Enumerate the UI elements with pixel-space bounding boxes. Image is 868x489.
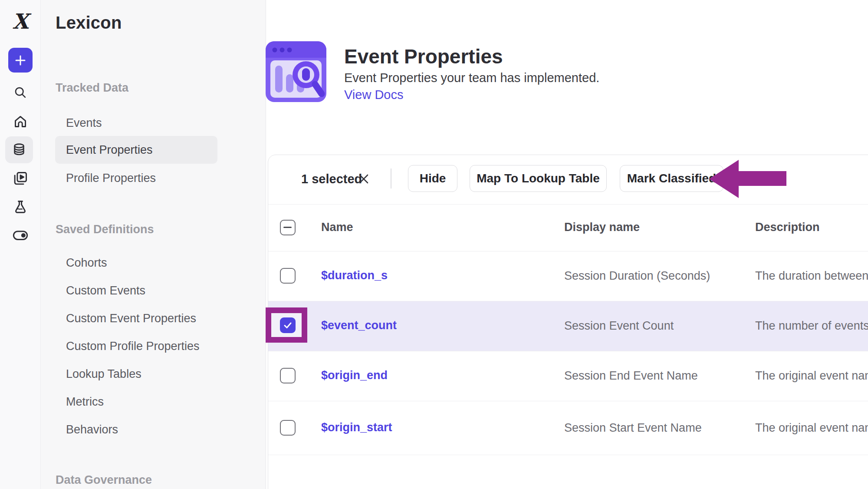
event-properties-app-icon <box>266 41 326 102</box>
divider <box>268 455 868 455</box>
sidebar-item-events[interactable]: Events <box>66 114 102 132</box>
database-icon <box>12 142 26 157</box>
page-title: Event Properties <box>344 45 503 68</box>
mixpanel-logo-icon[interactable]: X <box>0 10 40 33</box>
property-description: The original event name <box>755 369 868 383</box>
home-icon[interactable] <box>0 114 40 129</box>
create-button[interactable] <box>8 48 33 73</box>
experiments-flask-icon[interactable] <box>0 199 40 215</box>
sidebar-item-event-properties[interactable]: Event Properties <box>66 141 153 159</box>
checkmark-icon <box>283 320 293 330</box>
property-display-name: Session Duration (Seconds) <box>564 269 710 283</box>
select-all-checkbox[interactable] <box>280 220 296 235</box>
sidebar-item-custom-profile-properties[interactable]: Custom Profile Properties <box>66 337 200 355</box>
property-description: The original event name <box>755 421 868 435</box>
column-header-name[interactable]: Name <box>321 221 353 234</box>
property-description: The number of events <box>755 319 868 333</box>
column-header-description[interactable]: Description <box>755 221 820 234</box>
property-name-link[interactable]: $duration_s <box>321 269 388 282</box>
lexicon-page: X <box>0 0 868 489</box>
section-data-governance: Data Governance <box>56 471 152 489</box>
divider <box>268 204 868 205</box>
rail-item-data-selected[interactable] <box>5 136 33 163</box>
selection-count: 1 selected <box>301 172 362 186</box>
divider <box>268 251 868 251</box>
sidebar-item-custom-events[interactable]: Custom Events <box>66 282 145 299</box>
indeterminate-mark <box>283 227 292 228</box>
view-docs-link[interactable]: View Docs <box>344 88 403 102</box>
sidebar-item-behaviors[interactable]: Behaviors <box>66 421 118 438</box>
row-checkbox-duration[interactable] <box>280 268 296 284</box>
property-display-name: Session Event Count <box>564 319 674 333</box>
divider <box>268 351 868 351</box>
property-name-link[interactable]: $origin_start <box>321 421 392 434</box>
section-tracked-data: Tracked Data <box>56 79 128 96</box>
icon-rail: X <box>0 0 41 489</box>
sidebar-item-lookup-tables[interactable]: Lookup Tables <box>66 365 141 383</box>
divider <box>268 301 868 301</box>
property-display-name: Session End Event Name <box>564 369 698 383</box>
sidebar-item-profile-properties[interactable]: Profile Properties <box>66 169 156 187</box>
search-icon[interactable] <box>0 85 40 100</box>
feature-toggle-icon[interactable] <box>0 228 40 243</box>
section-saved-definitions: Saved Definitions <box>56 221 154 238</box>
row-checkbox-event-count-checked[interactable] <box>280 317 296 333</box>
clear-selection-icon[interactable] <box>358 173 370 185</box>
sidebar-title: Lexicon <box>56 13 122 33</box>
page-subtitle: Event Properties your team has implement… <box>344 71 599 85</box>
sidebar-item-metrics[interactable]: Metrics <box>66 393 104 410</box>
plus-icon <box>14 54 27 67</box>
sidebar-item-cohorts[interactable]: Cohorts <box>66 254 107 271</box>
map-to-lookup-table-button[interactable]: Map To Lookup Table <box>470 165 607 192</box>
hide-button[interactable]: Hide <box>408 165 457 192</box>
property-name-link[interactable]: $origin_end <box>321 369 388 382</box>
svg-text:X: X <box>12 10 32 33</box>
sidebar-item-custom-event-properties[interactable]: Custom Event Properties <box>66 310 196 327</box>
property-name-link[interactable]: $event_count <box>321 319 397 332</box>
annotation-arrow-icon <box>703 155 790 203</box>
property-display-name: Session Start Event Name <box>564 421 702 435</box>
sidebar: Lexicon Tracked Data Events Event Proper… <box>41 0 266 489</box>
divider <box>268 401 868 401</box>
row-checkbox-origin-start[interactable] <box>280 420 296 436</box>
toolbar-divider <box>391 169 391 188</box>
property-description: The duration between <box>755 269 868 283</box>
column-header-display-name[interactable]: Display name <box>564 221 640 234</box>
boards-icon[interactable] <box>0 170 40 187</box>
row-checkbox-origin-end[interactable] <box>280 368 296 383</box>
